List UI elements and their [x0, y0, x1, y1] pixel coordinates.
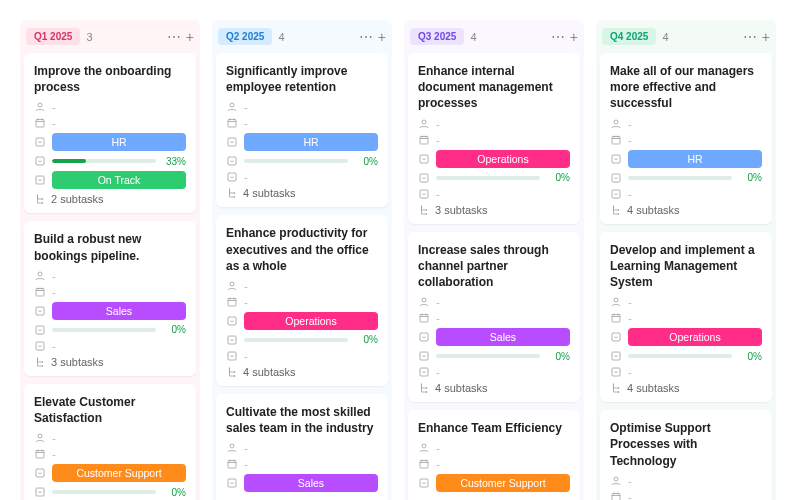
empty-value: -	[52, 270, 56, 282]
status-pill[interactable]: On Track	[52, 171, 186, 189]
progress-bar: 0%	[52, 487, 186, 498]
task-card[interactable]: Cultivate the most skilled sales team in…	[216, 394, 388, 500]
svg-point-12	[42, 361, 44, 363]
category-tag[interactable]: HR	[244, 133, 378, 151]
progress-percent: 0%	[162, 324, 186, 335]
empty-value: -	[436, 118, 440, 130]
dropdown-icon	[34, 340, 46, 352]
add-card-icon[interactable]: +	[186, 30, 194, 44]
svg-point-5	[42, 199, 44, 201]
dropdown-icon	[226, 155, 238, 167]
calendar-icon	[418, 134, 430, 146]
task-card[interactable]: Elevate Customer Satisfaction--Customer …	[24, 384, 196, 500]
column-menu-icon[interactable]: ⋯	[551, 30, 566, 44]
subtask-icon	[418, 204, 430, 216]
subtasks-row[interactable]: 3 subtasks	[418, 204, 570, 216]
empty-value: -	[628, 118, 632, 130]
subtasks-row[interactable]: 3 subtasks	[34, 356, 186, 368]
svg-rect-52	[420, 479, 428, 487]
progress-percent: 0%	[162, 487, 186, 498]
calendar-icon	[226, 117, 238, 129]
category-tag[interactable]: Customer Support	[52, 464, 186, 482]
progress-row: 0%	[610, 172, 762, 184]
progress-percent: 0%	[546, 351, 570, 362]
add-card-icon[interactable]: +	[570, 30, 578, 44]
task-card[interactable]: Significantly improve employee retention…	[216, 53, 388, 207]
column-menu-icon[interactable]: ⋯	[359, 30, 374, 44]
calendar-icon	[226, 458, 238, 470]
svg-point-41	[426, 209, 428, 211]
category-tag[interactable]: Customer Support	[436, 474, 570, 492]
task-card[interactable]: Build a robust new bookings pipeline.--S…	[24, 221, 196, 375]
subtasks-row[interactable]: 4 subtasks	[418, 382, 570, 394]
add-card-icon[interactable]: +	[762, 30, 770, 44]
subtasks-row[interactable]: 2 subtasks	[34, 193, 186, 205]
meta-row: -	[226, 171, 378, 183]
svg-point-66	[618, 391, 620, 393]
subtasks-row[interactable]: 4 subtasks	[226, 366, 378, 378]
empty-value: -	[244, 117, 248, 129]
progress-bar: 0%	[628, 172, 762, 183]
meta-row: -	[226, 280, 378, 292]
subtasks-count: 3 subtasks	[435, 204, 488, 216]
empty-value: -	[628, 475, 632, 487]
svg-rect-39	[420, 174, 428, 182]
svg-point-42	[426, 213, 428, 215]
person-icon	[226, 280, 238, 292]
tag-row: Operations	[418, 150, 570, 168]
empty-value: -	[628, 366, 632, 378]
column-label[interactable]: Q3 2025	[410, 28, 464, 45]
progress-row: 33%	[34, 155, 186, 167]
calendar-icon	[34, 117, 46, 129]
column-menu-icon[interactable]: ⋯	[167, 30, 182, 44]
card-title: Cultivate the most skilled sales team in…	[226, 404, 378, 436]
column-label[interactable]: Q1 2025	[26, 28, 80, 45]
task-card[interactable]: Make all of our managers more effective …	[600, 53, 772, 224]
column-label[interactable]: Q4 2025	[602, 28, 656, 45]
column-menu-icon[interactable]: ⋯	[743, 30, 758, 44]
tag-row: HR	[226, 133, 378, 151]
task-card[interactable]: Improve the onboarding process--HR33%On …	[24, 53, 196, 213]
calendar-icon	[418, 458, 430, 470]
empty-value: -	[244, 171, 248, 183]
dropdown-icon	[34, 324, 46, 336]
subtasks-row[interactable]: 4 subtasks	[610, 382, 762, 394]
task-card[interactable]: Enhance Team Efficiency--Customer Suppor…	[408, 410, 580, 500]
svg-rect-22	[228, 157, 236, 165]
progress-bar: 33%	[52, 156, 186, 167]
card-stack: Significantly improve employee retention…	[216, 53, 388, 500]
dropdown-icon	[610, 350, 622, 362]
subtasks-row[interactable]: 4 subtasks	[610, 204, 762, 216]
column-count: 4	[470, 31, 476, 43]
task-card[interactable]: Optimise Support Processes with Technolo…	[600, 410, 772, 500]
subtasks-row[interactable]: 4 subtasks	[226, 187, 378, 199]
progress-bar: 0%	[244, 156, 378, 167]
card-title: Enhance productivity for executives and …	[226, 225, 378, 274]
card-title: Make all of our managers more effective …	[610, 63, 762, 112]
meta-row: -	[418, 188, 570, 200]
meta-row: -	[418, 134, 570, 146]
column-count: 4	[662, 31, 668, 43]
category-tag[interactable]: Sales	[52, 302, 186, 320]
column-label[interactable]: Q2 2025	[218, 28, 272, 45]
category-tag[interactable]: HR	[52, 133, 186, 151]
task-card[interactable]: Develop and implement a Learning Managem…	[600, 232, 772, 403]
category-tag[interactable]: Operations	[244, 312, 378, 330]
meta-row: -	[610, 118, 762, 130]
task-card[interactable]: Increase sales through channel partner c…	[408, 232, 580, 403]
svg-rect-2	[36, 138, 44, 146]
category-tag[interactable]: Operations	[436, 150, 570, 168]
task-card[interactable]: Enhance productivity for executives and …	[216, 215, 388, 386]
category-tag[interactable]: Operations	[628, 328, 762, 346]
add-card-icon[interactable]: +	[378, 30, 386, 44]
category-tag[interactable]: Sales	[436, 328, 570, 346]
task-card[interactable]: Enhance internal document management pro…	[408, 53, 580, 224]
tag-row: Sales	[418, 328, 570, 346]
status-row: On Track	[34, 171, 186, 189]
category-tag[interactable]: HR	[628, 150, 762, 168]
person-icon	[418, 296, 430, 308]
empty-value: -	[244, 458, 248, 470]
subtask-icon	[226, 366, 238, 378]
svg-point-50	[422, 444, 426, 448]
category-tag[interactable]: Sales	[244, 474, 378, 492]
